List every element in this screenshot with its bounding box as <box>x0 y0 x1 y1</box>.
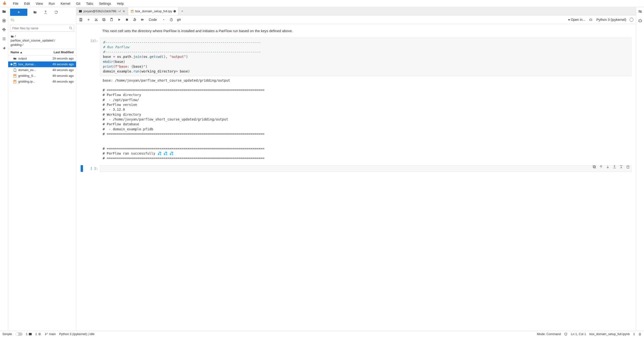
run-icon[interactable] <box>117 18 122 22</box>
menu-file[interactable]: File <box>10 1 21 6</box>
tab-notebook[interactable]: box_domain_setup_full.ipy <box>128 7 179 15</box>
toc-icon[interactable] <box>2 36 6 41</box>
debugger-icon[interactable] <box>638 18 642 23</box>
new-folder-icon[interactable]: + <box>32 9 38 15</box>
file-filter-input[interactable] <box>10 25 74 32</box>
simple-toggle-label: Simple <box>2 332 12 336</box>
menu-run[interactable]: Run <box>46 1 57 6</box>
code-input[interactable] <box>100 165 632 172</box>
refresh-icon[interactable] <box>53 9 59 15</box>
svg-rect-15 <box>14 81 15 81</box>
file-browser-panel: + + / parflow_short_course_updated / gri… <box>8 7 76 331</box>
menu-settings[interactable]: Settings <box>96 1 114 6</box>
menu-edit[interactable]: Edit <box>22 1 32 6</box>
file-name: domain_ex... <box>18 68 45 72</box>
document-name[interactable]: box_domain_setup_full.ipynb <box>589 332 630 336</box>
svg-rect-30 <box>103 19 105 21</box>
svg-rect-45 <box>594 166 596 168</box>
simple-toggle[interactable] <box>15 332 22 336</box>
svg-point-73 <box>47 333 48 334</box>
bell-icon[interactable] <box>638 332 642 336</box>
breadcrumb-seg1[interactable]: parflow_short_course_updated / <box>10 39 55 42</box>
git-icon[interactable] <box>2 27 6 32</box>
insert-below-icon[interactable] <box>619 165 623 170</box>
list-item[interactable]: box_domai... 49 seconds ago <box>8 62 76 67</box>
git-branch[interactable]: main <box>45 332 56 336</box>
file-list-header[interactable]: Name ▴ Last Modified <box>8 49 76 56</box>
svg-line-9 <box>71 28 72 29</box>
duplicate-icon[interactable] <box>592 165 596 170</box>
timing-icon[interactable] <box>169 18 174 22</box>
save-icon[interactable] <box>79 18 83 22</box>
code-input[interactable]: #---------------------------------------… <box>100 38 632 76</box>
list-item[interactable]: gridding.ip... 49 seconds ago <box>8 79 76 84</box>
svg-rect-46 <box>593 166 595 167</box>
open-in-dropdown[interactable]: ▾ Open in... <box>568 18 586 22</box>
notebook-trust-icon[interactable] <box>564 332 568 336</box>
menu-view[interactable]: View <box>33 1 45 6</box>
svg-rect-10 <box>14 63 16 66</box>
cut-icon[interactable] <box>94 18 98 22</box>
restart-run-all-icon[interactable] <box>140 18 144 22</box>
jupyter-logo-icon[interactable] <box>2 1 7 6</box>
svg-text:>_: >_ <box>29 333 31 334</box>
tab-terminal[interactable]: >_ jovyan@53b2c2dcb786: ~/ <box>76 7 128 15</box>
list-item[interactable]: output 29 seconds ago <box>8 56 76 62</box>
kernel-name[interactable]: Python 3 (ipykernel) <box>596 18 626 22</box>
upload-icon[interactable] <box>43 9 48 15</box>
interrupt-icon[interactable] <box>125 18 129 22</box>
menu-tabs[interactable]: Tabs <box>84 1 96 6</box>
left-activity-rail <box>0 7 8 331</box>
menu-kernel[interactable]: Kernel <box>58 1 72 6</box>
move-up-icon[interactable] <box>599 165 603 170</box>
property-inspector-icon[interactable] <box>638 9 642 14</box>
add-tab-button[interactable]: + <box>178 9 186 13</box>
tab-bar: >_ jovyan@53b2c2dcb786: ~/ box_domain_se… <box>76 7 636 15</box>
terminals-count[interactable]: 1 >_ <box>26 332 32 336</box>
folder-icon[interactable] <box>2 9 6 14</box>
close-icon[interactable] <box>122 10 126 13</box>
markdown-cell[interactable]: This next cell sets the directory where … <box>80 26 632 38</box>
delete-icon[interactable] <box>626 165 630 170</box>
svg-point-62 <box>639 20 641 22</box>
git-text[interactable]: git <box>177 18 181 22</box>
file-list: output 29 seconds ago box_domai... 49 se… <box>8 56 76 331</box>
menu-git[interactable]: Git <box>74 1 83 6</box>
file-mask-row <box>8 17 76 24</box>
running-icon[interactable] <box>2 18 6 23</box>
extensions-icon[interactable] <box>2 46 6 50</box>
paste-icon[interactable] <box>110 18 114 22</box>
kernel-status[interactable]: Python 3 (ipykernel) | Idle <box>59 332 94 336</box>
bug-icon[interactable] <box>588 18 593 22</box>
menu-bar: File Edit View Run Kernel Git Tabs Setti… <box>0 0 644 7</box>
kernel-status-icon[interactable] <box>630 18 634 22</box>
copy-icon[interactable] <box>102 18 106 22</box>
tab-label: box_domain_setup_full.ipy <box>135 9 172 13</box>
right-activity-rail <box>636 7 644 331</box>
notification-count[interactable]: 1 <box>633 332 635 336</box>
file-mod: 29 seconds ago <box>45 57 74 60</box>
list-item[interactable]: gridding_S... 49 seconds ago <box>8 73 76 79</box>
new-launcher-button[interactable]: + <box>10 9 27 16</box>
code-cell[interactable]: [2]: #----------------------------------… <box>80 38 632 163</box>
restart-icon[interactable] <box>132 18 137 22</box>
file-name: gridding.ip... <box>18 80 45 83</box>
editor-area: >_ jovyan@53b2c2dcb786: ~/ box_domain_se… <box>76 7 636 331</box>
editor-mode[interactable]: Mode: Command <box>537 332 561 336</box>
svg-point-0 <box>4 1 5 2</box>
list-item[interactable]: domain_ex... 49 seconds ago <box>8 67 76 73</box>
file-mod: 49 seconds ago <box>45 68 74 72</box>
kernels-count[interactable]: 1 <box>35 332 41 336</box>
svg-rect-53 <box>627 166 629 168</box>
add-cell-icon[interactable] <box>86 18 91 22</box>
cursor-position[interactable]: Ln 1, Col 1 <box>571 332 586 336</box>
move-down-icon[interactable] <box>606 165 610 170</box>
breadcrumb-seg2[interactable]: gridding / <box>10 43 23 46</box>
breadcrumb[interactable]: / parflow_short_course_updated / griddin… <box>8 33 76 49</box>
cell-type-selector[interactable]: Code <box>148 17 166 22</box>
svg-line-44 <box>592 20 592 20</box>
insert-above-icon[interactable] <box>612 165 616 170</box>
breadcrumb-root[interactable]: / <box>15 34 16 38</box>
menu-help[interactable]: Help <box>114 1 126 6</box>
code-cell[interactable]: [ ]: <box>80 165 632 172</box>
